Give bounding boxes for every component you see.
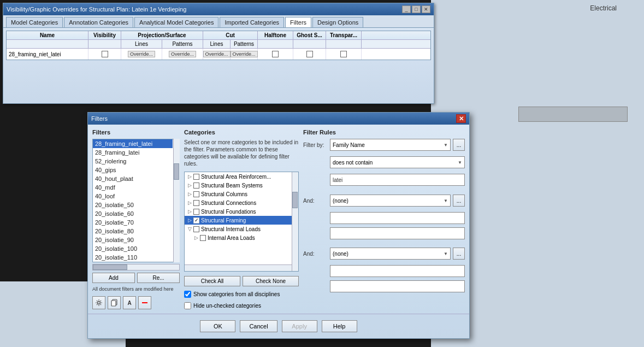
- override-cut-lines-btn[interactable]: Override...: [203, 51, 231, 57]
- maximize-btn[interactable]: □: [412, 5, 421, 13]
- filter-item-9[interactable]: 20_isolatie_70: [93, 218, 173, 227]
- hide-unchecked-checkbox[interactable]: [184, 302, 191, 309]
- empty-dropdown-4[interactable]: [330, 280, 465, 292]
- label-internal-loads: Structural Internal Loads: [201, 226, 261, 232]
- filter-text-input[interactable]: [330, 174, 465, 186]
- close-btn-main[interactable]: ✕: [422, 5, 430, 13]
- ok-btn[interactable]: OK: [200, 320, 235, 332]
- scrollbar-thumb[interactable]: [174, 163, 179, 180]
- filter-item-12[interactable]: 20_isolatie_100: [93, 244, 173, 253]
- check-none-btn[interactable]: Check None: [243, 276, 299, 286]
- ghost-checkbox[interactable]: [306, 51, 313, 57]
- condition-dropdown[interactable]: does not contain ▼: [330, 156, 465, 168]
- checkbox-connections[interactable]: [193, 200, 199, 206]
- filter-item-2[interactable]: 52_riolering: [93, 157, 173, 166]
- tab-imported[interactable]: Imported Categories: [220, 17, 284, 27]
- expander-internal-area-loads[interactable]: ▷: [192, 234, 200, 242]
- tree-item-foundations[interactable]: ▷ Structural Foundations: [185, 207, 292, 216]
- checkbox-columns[interactable]: [193, 191, 199, 197]
- tree-h-scrollbar[interactable]: [185, 264, 292, 271]
- filter-item-7[interactable]: 20_isolatie_50: [93, 201, 173, 209]
- expander-framing[interactable]: ▷: [186, 216, 193, 224]
- empty-dropdown-2[interactable]: [330, 227, 465, 239]
- tree-v-scrollbar[interactable]: [292, 172, 298, 271]
- and-value-1: (none): [333, 198, 348, 204]
- filters-dialog: Filters ✕ Filters 28_framing_niet_latei …: [87, 112, 470, 339]
- expander-structural-area[interactable]: ▷: [186, 173, 193, 180]
- filter-item-8[interactable]: 20_isolatie_60: [93, 209, 173, 218]
- filter-item-6[interactable]: 40_loof: [93, 192, 173, 201]
- expander-columns[interactable]: ▷: [186, 190, 193, 198]
- add-filter-btn[interactable]: Add: [92, 273, 135, 283]
- filter-item-11[interactable]: 20_isolatie_90: [93, 236, 173, 244]
- tree-item-beam-systems[interactable]: ▷ Structural Beam Systems: [185, 181, 292, 190]
- apply-btn[interactable]: Apply: [282, 320, 317, 332]
- filter-item-1[interactable]: 28_framing_latei: [93, 148, 173, 157]
- tree-item-internal-loads[interactable]: ▽ Structural Internal Loads: [185, 225, 292, 233]
- expander-beam-systems[interactable]: ▷: [186, 181, 193, 189]
- override-proj-patterns-btn[interactable]: Override...: [169, 51, 196, 57]
- tree-item-internal-area-loads[interactable]: ▷ Internal Area Loads: [191, 233, 292, 242]
- icon-btn-remove-red[interactable]: [138, 296, 151, 309]
- override-cut-patterns-btn[interactable]: Override...: [231, 51, 258, 57]
- icon-btn-text[interactable]: A: [123, 296, 136, 309]
- empty-dropdown-3[interactable]: [330, 265, 465, 277]
- tab-filters[interactable]: Filters: [285, 17, 311, 27]
- filters-h-scrollbar[interactable]: [92, 264, 180, 270]
- tree-scrollbar-thumb[interactable]: [292, 192, 298, 208]
- checkbox-internal-area-loads[interactable]: [200, 235, 206, 241]
- check-all-btn[interactable]: Check All: [184, 276, 240, 286]
- tab-analytical[interactable]: Analytical Model Categories: [134, 17, 218, 27]
- h-scrollbar-thumb[interactable]: [93, 264, 127, 270]
- tab-model[interactable]: Model Categories: [6, 17, 63, 27]
- cell-cut-patterns[interactable]: Override...: [231, 49, 258, 60]
- empty-dropdown-1[interactable]: [330, 212, 465, 224]
- transp-checkbox[interactable]: [340, 51, 347, 57]
- checkbox-framing[interactable]: [193, 217, 199, 224]
- minimize-btn[interactable]: _: [402, 5, 411, 13]
- checkbox-foundations[interactable]: [193, 209, 199, 215]
- tab-annotation[interactable]: Annotation Categories: [64, 17, 133, 27]
- halftone-checkbox[interactable]: [272, 51, 279, 57]
- title-bar-buttons[interactable]: _ □ ✕: [402, 5, 430, 13]
- filter-item-10[interactable]: 20_isolatie_80: [93, 227, 173, 236]
- filters-list[interactable]: 28_framing_niet_latei 28_framing_latei 5…: [92, 139, 180, 262]
- tab-design[interactable]: Design Options: [312, 17, 363, 27]
- and-dots-btn-2[interactable]: ...: [453, 248, 465, 260]
- and-dropdown-1[interactable]: (none) ▼: [330, 195, 451, 207]
- tree-item-structural-area[interactable]: ▷ Structural Area Reinforcem...: [185, 172, 292, 181]
- cancel-btn[interactable]: Cancel: [240, 320, 277, 332]
- cell-cut-lines[interactable]: Override...: [203, 49, 231, 60]
- filters-list-scrollbar[interactable]: [173, 139, 180, 262]
- filter-item-0[interactable]: 28_framing_niet_latei: [93, 139, 173, 148]
- expander-foundations[interactable]: ▷: [186, 208, 193, 215]
- filter-item-4[interactable]: 40_hout_plaat: [93, 174, 173, 183]
- filter-item-3[interactable]: 40_gips: [93, 166, 173, 174]
- override-proj-lines-btn[interactable]: Override...: [128, 51, 155, 57]
- filter-item-5[interactable]: 40_mdf: [93, 183, 173, 192]
- filter-by-dropdown[interactable]: Family Name ▼: [330, 139, 451, 151]
- tree-item-columns[interactable]: ▷ Structural Columns: [185, 190, 292, 198]
- tree-item-framing[interactable]: ▷ Structural Framing: [185, 216, 292, 225]
- remove-filter-btn[interactable]: Re...: [137, 273, 180, 283]
- tree-item-connections[interactable]: ▷ Structural Connections: [185, 198, 292, 207]
- and-dropdown-2[interactable]: (none) ▼: [330, 248, 451, 260]
- show-all-disciplines-checkbox[interactable]: [184, 291, 191, 298]
- filters-close-btn[interactable]: ✕: [456, 114, 466, 123]
- categories-tree[interactable]: ▷ Structural Area Reinforcem... ▷ Struct…: [184, 172, 299, 272]
- checkbox-structural-area[interactable]: [193, 174, 199, 180]
- and-dots-btn-1[interactable]: ...: [453, 195, 465, 207]
- filter-item-13[interactable]: 20_isolatie_110: [93, 253, 173, 262]
- visibility-title-bar: Visibility/Graphic Overrides for Structu…: [3, 3, 434, 15]
- cell-proj-lines[interactable]: Override...: [121, 49, 162, 60]
- help-btn[interactable]: Help: [322, 320, 357, 332]
- checkbox-beam-systems[interactable]: [193, 183, 199, 189]
- expander-connections[interactable]: ▷: [186, 199, 193, 207]
- icon-btn-copy[interactable]: [108, 296, 121, 309]
- filter-by-dots-btn[interactable]: ...: [453, 139, 465, 151]
- icon-btn-gear[interactable]: [92, 296, 105, 309]
- visibility-checkbox[interactable]: [102, 51, 108, 57]
- checkbox-internal-loads[interactable]: [193, 226, 199, 232]
- expander-internal-loads[interactable]: ▽: [186, 225, 193, 233]
- cell-proj-patterns[interactable]: Override...: [162, 49, 203, 60]
